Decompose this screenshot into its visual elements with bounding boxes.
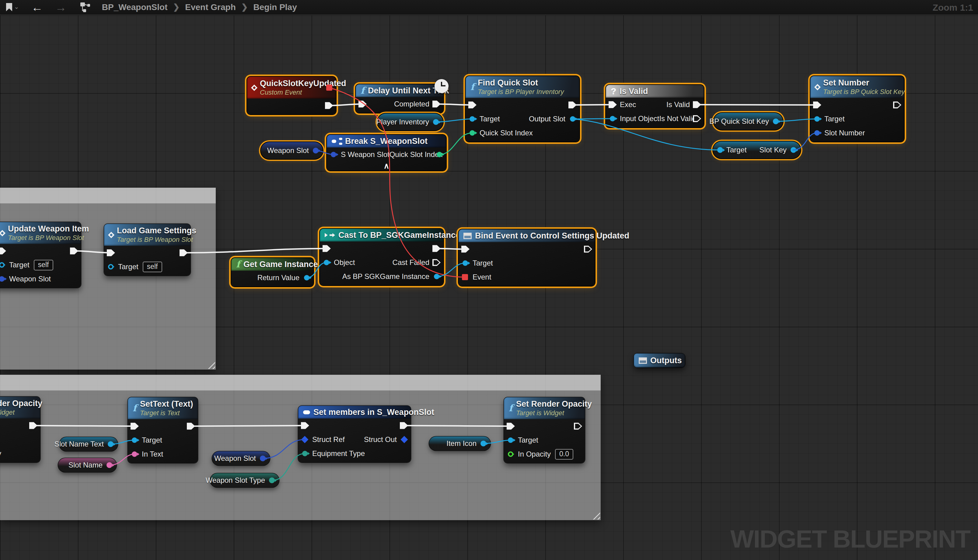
exec-pin[interactable]	[107, 249, 115, 257]
node-event-quickslotkeyupdated[interactable]: QuickSlotKeyUpdatedCustom Event	[247, 77, 336, 114]
exec-pin[interactable]	[70, 247, 78, 255]
target-pin[interactable]	[0, 262, 5, 268]
exec-pin[interactable]	[180, 249, 188, 257]
node-is-valid[interactable]: ?Is ValidExecIs ValidInput ObjectIs Not …	[606, 85, 704, 127]
quick-slot-index-pin[interactable]	[437, 152, 442, 157]
exec-pin[interactable]	[0, 247, 6, 255]
variable-pill-bp-quick-slot-key[interactable]: BP Quick Slot Key	[714, 113, 783, 130]
s-weapon-slot-pin[interactable]	[331, 152, 336, 157]
node-header[interactable]: Load Game SettingsTarget is BP Weapon Sl…	[104, 224, 190, 246]
node-header[interactable]: Outputs	[634, 353, 685, 367]
exec-pin[interactable]	[813, 101, 821, 109]
node-header[interactable]: fFind Quick SlotTarget is BP Player Inve…	[466, 76, 579, 98]
pill-output-pin[interactable]	[773, 118, 779, 124]
node-header[interactable]: Bind Event to Control Settings Updated	[459, 229, 595, 242]
node-settext-text[interactable]: fSetText (Text)Target is TextTargetIn Te…	[128, 397, 198, 463]
node-set-render-opacity-left[interactable]: fSet Render OpacityTarget is WidgetTarge…	[0, 397, 40, 462]
pill-input-pin[interactable]	[717, 147, 723, 153]
node-delay-until-next-tick[interactable]: fDelay Until Next TickCompleted	[356, 84, 443, 113]
object-pin[interactable]	[324, 260, 329, 265]
event-pin[interactable]	[462, 274, 468, 280]
node-bind-event-to-control-settings-updated[interactable]: Bind Event to Control Settings UpdatedTa…	[459, 229, 595, 286]
pin-value-box[interactable]: 0.0	[555, 449, 573, 460]
exec-pin[interactable]	[461, 245, 469, 253]
in-opacity-pin[interactable]	[508, 452, 513, 457]
pill-output-pin[interactable]	[260, 456, 265, 462]
exec-pin[interactable]	[325, 102, 333, 110]
exec-pin[interactable]	[400, 422, 408, 430]
pill-output-pin[interactable]	[108, 442, 113, 447]
node-header[interactable]: fGet Game Instance	[231, 258, 314, 271]
exec-pin[interactable]	[301, 422, 309, 430]
pin-value-box[interactable]: self	[34, 260, 53, 270]
is-not-valid-pin[interactable]	[693, 115, 701, 123]
breadcrumb-item[interactable]: Begin Play	[254, 2, 297, 12]
breadcrumb-item[interactable]: Event Graph	[185, 2, 235, 12]
pill-output-pin[interactable]	[269, 478, 275, 483]
exec-pin[interactable]	[893, 101, 901, 109]
exec-pin[interactable]	[568, 101, 577, 109]
exec-pin[interactable]	[507, 422, 515, 430]
variable-pill-target-slot-key[interactable]: TargetSlot Key	[713, 142, 801, 158]
pill-output-pin[interactable]	[791, 147, 796, 153]
variable-pill-weapon-slot-2[interactable]: Weapon Slot	[212, 452, 270, 465]
pill-output-pin[interactable]	[107, 462, 112, 468]
blueprint-canvas[interactable]: QuickSlotKeyUpdatedCustom EventfDelay Un…	[0, 15, 978, 560]
variable-pill-weapon-slot-type[interactable]: Weapon Slot Type	[210, 473, 279, 487]
comment-resize-handle[interactable]	[593, 512, 600, 520]
node-load-game-settings[interactable]: Load Game SettingsTarget is BP Weapon Sl…	[104, 224, 190, 276]
return-value-pin[interactable]	[304, 275, 309, 280]
bookmark-icon[interactable]	[6, 3, 12, 11]
quick-slot-index-pin[interactable]	[469, 130, 475, 136]
output-slot-pin[interactable]	[570, 116, 576, 122]
node-break-s-weaponslot[interactable]: Break S_WeaponSlotS Weapon SlotQuick Slo…	[327, 135, 446, 171]
comment-title[interactable]	[0, 375, 601, 390]
variable-pill-player-inventory[interactable]: Player Inventory	[377, 113, 443, 130]
nav-back-icon[interactable]: ←	[31, 1, 43, 13]
variable-pill-slot-name-text[interactable]: Slot Name Text	[59, 437, 118, 451]
as-bp-sgkgame-instance-pin[interactable]	[434, 274, 439, 279]
completed-pin[interactable]	[432, 100, 441, 108]
struct-ref-pin[interactable]	[301, 436, 308, 443]
exec-pin[interactable]	[187, 422, 195, 430]
node-header[interactable]: fSetText (Text)Target is Text	[128, 397, 198, 419]
node-set-render-opacity[interactable]: fSet Render OpacityTarget is WidgetTarge…	[504, 397, 585, 463]
cast-failed-pin[interactable]	[432, 258, 441, 267]
node-header[interactable]: Update Weapon ItemTarget is BP Weapon Sl…	[0, 222, 81, 244]
equipment-type-pin[interactable]	[302, 451, 308, 456]
pill-output-pin[interactable]	[481, 441, 486, 447]
node-header[interactable]: Set NumberTarget is BP Quick Slot Key	[810, 76, 904, 98]
exec-pin[interactable]	[29, 422, 37, 430]
nav-forward-icon[interactable]: →	[55, 1, 67, 13]
target-pin[interactable]	[132, 437, 137, 443]
node-find-quick-slot[interactable]: fFind Quick SlotTarget is BP Player Inve…	[466, 76, 579, 142]
collapse-chevron-icon[interactable]: ∧	[384, 161, 389, 171]
exec-pin[interactable]	[468, 101, 477, 109]
pin-value-box[interactable]: self	[143, 262, 162, 272]
variable-pill-item-icon[interactable]: Item Icon	[429, 437, 491, 450]
node-header[interactable]: fDelay Until Next Tick	[356, 84, 443, 97]
variable-pill-slot-name[interactable]: Slot Name	[58, 458, 117, 472]
node-set-number[interactable]: Set NumberTarget is BP Quick Slot KeyTar…	[810, 76, 904, 142]
node-outputs[interactable]: Outputs	[634, 353, 685, 367]
node-get-game-instance[interactable]: fGet Game InstanceReturn Value	[231, 258, 314, 287]
struct-out-pin[interactable]	[401, 436, 408, 443]
exec-pin[interactable]	[130, 422, 139, 430]
in-text-pin[interactable]	[132, 452, 137, 457]
target-pin[interactable]	[462, 260, 468, 266]
exec-pin[interactable]	[432, 245, 441, 252]
exec-pin[interactable]	[359, 100, 367, 108]
target-pin[interactable]	[108, 264, 113, 270]
weapon-slot-pin[interactable]	[0, 276, 5, 282]
node-set-members-in-s-weaponslot[interactable]: Set members in S_WeaponSlotStruct RefStr…	[298, 406, 411, 462]
exec-pin[interactable]	[322, 245, 331, 252]
is-valid-pin[interactable]	[693, 101, 701, 108]
input-object-pin[interactable]	[610, 116, 615, 122]
graph-hierarchy-icon[interactable]	[80, 2, 92, 12]
target-pin[interactable]	[469, 116, 475, 122]
exec-pin[interactable]	[609, 101, 617, 108]
comment-title[interactable]	[0, 188, 216, 203]
node-update-weapon-item[interactable]: Update Weapon ItemTarget is BP Weapon Sl…	[0, 222, 81, 288]
node-header[interactable]: fSet Render OpacityTarget is Widget	[504, 397, 585, 419]
target-pin[interactable]	[508, 437, 513, 443]
